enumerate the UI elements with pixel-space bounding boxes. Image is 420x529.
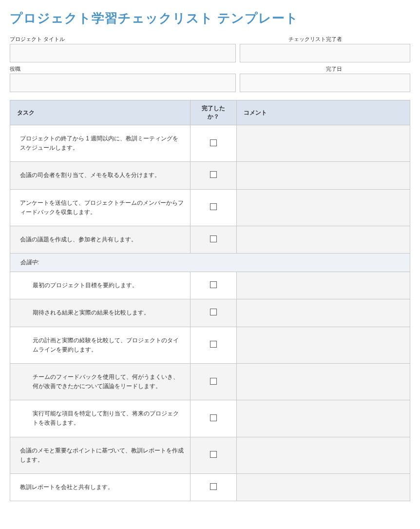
project-title-label: プロジェクト タイトル xyxy=(10,36,236,43)
checkbox-icon[interactable] xyxy=(210,171,217,178)
checkbox-icon[interactable] xyxy=(210,378,217,385)
comment-cell[interactable] xyxy=(237,327,410,363)
checklist-table: タスク 完了したか？ コメント プロジェクトの終了から 1 週間以内に、教訓ミー… xyxy=(10,100,410,501)
task-cell: 会議のメモと重要なポイントに基づいて、教訓レポートを作成します。 xyxy=(10,437,191,473)
done-cell xyxy=(191,363,237,400)
task-cell: チームのフィードバックを使用して、何がうまくいき、何が改善できたかについて議論を… xyxy=(10,363,191,400)
header-comment: コメント xyxy=(237,100,410,125)
checkbox-icon[interactable] xyxy=(210,483,217,490)
meta-row-2: 役職 完了日 xyxy=(10,65,410,92)
comment-cell[interactable] xyxy=(237,474,410,501)
table-row: アンケートを送信して、プロジェクトチームのメンバーからフィードバックを収集します… xyxy=(10,189,410,226)
checkbox-icon[interactable] xyxy=(210,139,217,146)
comment-cell[interactable] xyxy=(237,299,410,327)
meta-row-1: プロジェクト タイトル チェックリスト完了者 xyxy=(10,36,410,62)
table-row: 教訓レポートを会社と共有します。 xyxy=(10,474,410,501)
task-cell: 期待される結果と実際の結果を比較します。 xyxy=(10,299,191,327)
comment-cell[interactable] xyxy=(237,437,410,473)
done-cell xyxy=(191,400,237,437)
task-cell: アンケートを送信して、プロジェクトチームのメンバーからフィードバックを収集します… xyxy=(10,189,191,226)
table-row: チームのフィードバックを使用して、何がうまくいき、何が改善できたかについて議論を… xyxy=(10,363,410,400)
done-cell xyxy=(191,189,237,226)
section-row: 会議中: xyxy=(10,254,410,272)
checkbox-icon[interactable] xyxy=(210,281,217,288)
done-cell xyxy=(191,125,237,162)
comment-cell[interactable] xyxy=(237,272,410,299)
comment-cell[interactable] xyxy=(237,400,410,437)
done-cell xyxy=(191,474,237,501)
role-input[interactable] xyxy=(10,74,236,92)
completed-by-input[interactable] xyxy=(240,44,410,62)
comment-cell[interactable] xyxy=(237,125,410,162)
done-cell xyxy=(191,437,237,473)
comment-cell[interactable] xyxy=(237,363,410,400)
task-cell: 実行可能な項目を特定して割り当て、将来のプロジェクトを改善します。 xyxy=(10,400,191,437)
section-label: 会議中: xyxy=(10,254,410,272)
table-row: 会議のメモと重要なポイントに基づいて、教訓レポートを作成します。 xyxy=(10,437,410,473)
completion-date-label: 完了日 xyxy=(240,65,410,73)
project-title-input[interactable] xyxy=(10,44,236,62)
done-cell xyxy=(191,327,237,363)
task-cell: 会議の議題を作成し、参加者と共有します。 xyxy=(10,226,191,253)
table-row: 期待される結果と実際の結果を比較します。 xyxy=(10,299,410,327)
task-cell: 最初のプロジェクト目標を要約します。 xyxy=(10,272,191,299)
role-label: 役職 xyxy=(10,65,236,73)
table-row: 実行可能な項目を特定して割り当て、将来のプロジェクトを改善します。 xyxy=(10,400,410,437)
checkbox-icon[interactable] xyxy=(210,341,217,348)
checkbox-icon[interactable] xyxy=(210,235,217,242)
task-cell: 教訓レポートを会社と共有します。 xyxy=(10,474,191,501)
task-cell: プロジェクトの終了から 1 週間以内に、教訓ミーティングをスケジュールします。 xyxy=(10,125,191,162)
table-row: 元の計画と実際の経験を比較して、プロジェクトのタイムラインを要約します。 xyxy=(10,327,410,363)
task-cell: 元の計画と実際の経験を比較して、プロジェクトのタイムラインを要約します。 xyxy=(10,327,191,363)
comment-cell[interactable] xyxy=(237,226,410,253)
comment-cell[interactable] xyxy=(237,162,410,189)
checkbox-icon[interactable] xyxy=(210,309,217,315)
table-row: 会議の司会者を割り当て、メモを取る人を分けます。 xyxy=(10,162,410,189)
done-cell xyxy=(191,272,237,299)
table-row: プロジェクトの終了から 1 週間以内に、教訓ミーティングをスケジュールします。 xyxy=(10,125,410,162)
table-row: 最初のプロジェクト目標を要約します。 xyxy=(10,272,410,299)
task-cell: 会議の司会者を割り当て、メモを取る人を分けます。 xyxy=(10,162,191,189)
checkbox-icon[interactable] xyxy=(210,203,217,210)
completed-by-label: チェックリスト完了者 xyxy=(240,36,410,43)
header-done: 完了したか？ xyxy=(191,100,237,125)
checkbox-icon[interactable] xyxy=(210,451,217,458)
page-title: プロジェクト学習チェックリスト テンプレート xyxy=(10,10,410,27)
table-row: 会議の議題を作成し、参加者と共有します。 xyxy=(10,226,410,253)
done-cell xyxy=(191,226,237,253)
done-cell xyxy=(191,299,237,327)
completion-date-input[interactable] xyxy=(240,74,410,92)
checkbox-icon[interactable] xyxy=(210,414,217,421)
comment-cell[interactable] xyxy=(237,189,410,226)
done-cell xyxy=(191,162,237,189)
header-task: タスク xyxy=(10,100,191,125)
